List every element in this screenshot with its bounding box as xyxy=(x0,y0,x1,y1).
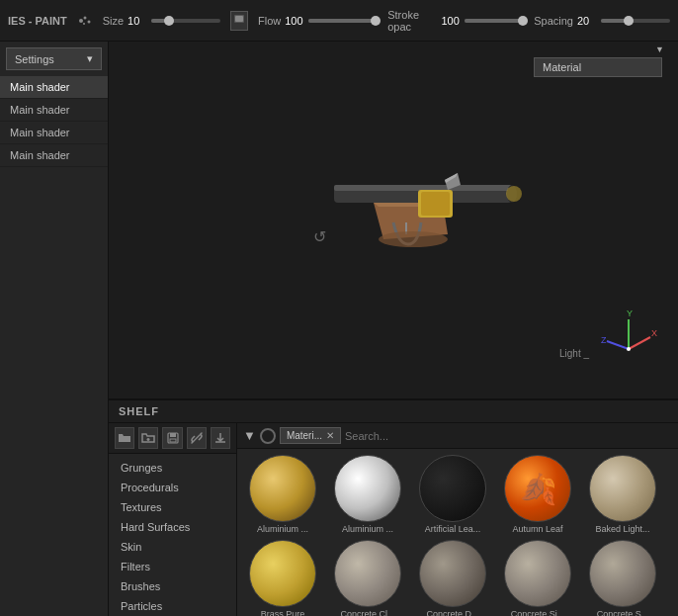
gun-model xyxy=(275,155,571,274)
svg-point-2 xyxy=(87,20,90,23)
settings-button[interactable]: Settings ▾ xyxy=(6,47,102,70)
material-sphere-5 xyxy=(249,540,316,607)
shelf: SHELF xyxy=(109,398,678,616)
material-name-9: Concrete S... xyxy=(586,609,660,616)
spacing-label: Spacing xyxy=(534,15,573,27)
stroke-slider[interactable] xyxy=(465,19,524,23)
material-item-3[interactable]: 🍂 Autumn Leaf xyxy=(498,455,577,534)
circle-icon[interactable] xyxy=(260,428,276,444)
stroke-value: 100 xyxy=(441,15,461,27)
size-section: Size 10 xyxy=(103,15,220,27)
category-brushes[interactable]: Brushes xyxy=(109,576,236,596)
material-item-4[interactable]: Baked Light... xyxy=(583,455,662,534)
shader-label-3: Main shader xyxy=(10,149,70,161)
svg-rect-5 xyxy=(237,23,241,27)
search-input[interactable] xyxy=(345,430,672,442)
shelf-title: SHELF xyxy=(109,400,678,423)
save-icon-btn[interactable] xyxy=(162,427,182,449)
material-name-1: Aluminium ... xyxy=(331,524,405,534)
shelf-content: Grunges Procedurals Textures Hard Surfac… xyxy=(109,423,678,616)
size-slider[interactable] xyxy=(151,19,220,23)
material-sphere-3: 🍂 xyxy=(504,455,571,522)
tag-label: Materi... xyxy=(287,430,322,441)
link-icon-btn[interactable] xyxy=(187,427,207,449)
flow-value: 100 xyxy=(285,15,304,27)
svg-rect-25 xyxy=(170,433,176,437)
app-title: IES - PAINT xyxy=(8,15,67,27)
material-item-8[interactable]: Concrete Si... xyxy=(498,540,577,616)
material-item-6[interactable]: Concrete Cl... xyxy=(328,540,407,616)
svg-line-27 xyxy=(195,436,199,440)
filter-icon[interactable]: ▼ xyxy=(243,428,256,443)
category-skin[interactable]: Skin xyxy=(109,537,236,557)
brush-icon[interactable] xyxy=(230,11,248,31)
material-name-7: Concrete D... xyxy=(416,609,490,616)
shader-item-0[interactable]: Main shader xyxy=(0,76,108,99)
folder-icon-btn[interactable] xyxy=(115,427,134,449)
size-label: Size xyxy=(103,15,124,27)
category-grunges[interactable]: Grunges xyxy=(109,458,236,478)
shader-label-1: Main shader xyxy=(10,104,70,116)
material-sphere-0 xyxy=(249,455,316,522)
import-icon-btn[interactable] xyxy=(211,427,230,449)
shader-item-1[interactable]: Main shader xyxy=(0,99,108,122)
svg-text:Z: Z xyxy=(601,335,607,345)
right-panel: Material Albedo Roughness Metallic xyxy=(109,42,678,616)
light-label: Light _ xyxy=(559,348,589,359)
material-sphere-6 xyxy=(334,540,401,607)
material-name-5: Brass Pure xyxy=(246,609,320,616)
size-value: 10 xyxy=(127,15,147,27)
category-particles[interactable]: Particles xyxy=(109,596,236,616)
category-filters[interactable]: Filters xyxy=(109,557,236,576)
shelf-search-bar: ▼ Materi... ✕ xyxy=(237,423,678,449)
material-sphere-7 xyxy=(419,540,486,607)
material-sphere-4 xyxy=(589,455,656,522)
shader-item-3[interactable]: Main shader xyxy=(0,144,108,167)
svg-point-14 xyxy=(379,231,448,247)
svg-rect-26 xyxy=(170,439,176,442)
category-hard-surfaces[interactable]: Hard Surfaces xyxy=(109,517,236,537)
material-name-3: Autumn Leaf xyxy=(501,524,575,534)
flow-section: Flow 100 xyxy=(258,15,378,27)
shader-label-2: Main shader xyxy=(10,127,70,138)
category-procedurals[interactable]: Procedurals xyxy=(109,478,236,497)
material-tag: Materi... ✕ xyxy=(280,427,341,444)
material-sphere-9 xyxy=(589,540,656,607)
new-folder-icon-btn[interactable] xyxy=(138,427,158,449)
material-sphere-1 xyxy=(334,455,401,522)
svg-text:Y: Y xyxy=(627,309,633,318)
material-item-1[interactable]: Aluminium ... xyxy=(328,455,407,534)
svg-point-13 xyxy=(506,186,522,202)
material-name-4: Baked Light... xyxy=(586,524,660,534)
leaf-icon: 🍂 xyxy=(520,472,556,506)
shader-item-2[interactable]: Main shader xyxy=(0,122,108,144)
material-sphere-2 xyxy=(419,455,486,522)
shelf-toolbar xyxy=(109,423,236,454)
shelf-left-panel: Grunges Procedurals Textures Hard Surfac… xyxy=(109,423,237,616)
tag-close-btn[interactable]: ✕ xyxy=(326,430,334,441)
settings-arrow-icon: ▾ xyxy=(87,52,93,65)
stroke-section: Stroke opac 100 xyxy=(387,9,524,33)
material-select[interactable]: Material Albedo Roughness Metallic xyxy=(534,57,662,77)
shader-label-0: Main shader xyxy=(10,81,70,93)
scatter-icon[interactable] xyxy=(77,13,93,29)
category-textures[interactable]: Textures xyxy=(109,497,236,517)
material-item-2[interactable]: Artificial Lea... xyxy=(413,455,492,534)
svg-point-21 xyxy=(627,347,631,351)
material-item-0[interactable]: Aluminium ... xyxy=(243,455,322,534)
svg-rect-10 xyxy=(421,192,450,216)
spacing-section: Spacing 20 xyxy=(534,15,670,27)
stroke-label: Stroke opac xyxy=(387,9,437,33)
material-item-7[interactable]: Concrete D... xyxy=(413,540,492,616)
flow-slider[interactable] xyxy=(308,19,378,23)
shelf-right-panel: ▼ Materi... ✕ Aluminium ... xyxy=(237,423,678,616)
material-name-0: Aluminium ... xyxy=(246,524,320,534)
material-item-5[interactable]: Brass Pure xyxy=(243,540,322,616)
svg-text:X: X xyxy=(651,328,657,338)
svg-point-0 xyxy=(79,19,83,23)
material-item-9[interactable]: Concrete S... xyxy=(583,540,662,616)
spacing-slider[interactable] xyxy=(601,19,670,23)
shelf-categories: Grunges Procedurals Textures Hard Surfac… xyxy=(109,454,236,616)
material-name-6: Concrete Cl... xyxy=(331,609,405,616)
viewport[interactable]: Material Albedo Roughness Metallic xyxy=(109,42,678,398)
